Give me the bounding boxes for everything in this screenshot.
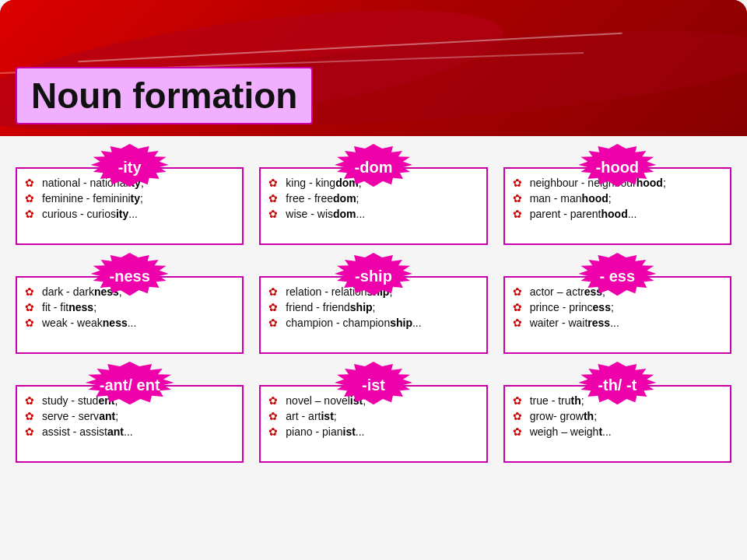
list-item: assist - assistant... (25, 425, 233, 438)
list-item: free - freedom; (268, 192, 476, 205)
list-item: weigh – weight... (513, 425, 721, 438)
suffix-block-ness: -nessdark - darkness;fit - fitness;weak … (16, 276, 244, 354)
suffix-block-ant-ent: -ant/ entstudy - student;serve - servant… (16, 385, 244, 463)
suffix-block-dom: -domking - kingdom;free - freedom;wise -… (259, 167, 487, 245)
list-item: feminine - femininity; (25, 192, 233, 205)
list-item: champion - championship... (268, 317, 476, 329)
list-item: prince - princess; (513, 301, 721, 313)
list-item: serve - servant; (25, 410, 233, 422)
suffix-block-ship: -shiprelation - relationship;friend - fr… (259, 276, 487, 354)
header: Noun formation (0, 0, 747, 136)
suffix-block-th-t: -th/ -ttrue - truth;grow- growth;weigh –… (503, 385, 731, 463)
suffix-block-ity: -itynational - nationality;feminine - fe… (16, 167, 244, 245)
list-item: grow- growth; (513, 410, 721, 422)
suffix-block-ess: - essactor – actress;prince - princess;w… (503, 276, 731, 354)
list-item: parent - parenthood... (513, 208, 721, 220)
list-item: fit - fitness; (25, 301, 233, 313)
list-item: curious - curiosity... (25, 208, 233, 220)
page-title: Noun formation (31, 75, 297, 116)
title-box: Noun formation (16, 67, 313, 124)
suffix-block-hood: -hoodneighbour - neighbourhood;man - man… (503, 167, 731, 245)
list-item: wise - wisdom... (268, 208, 476, 220)
content-area: -itynational - nationality;feminine - fe… (0, 136, 747, 471)
list-item: friend - friendship; (268, 301, 476, 313)
suffix-block-ist: -istnovel – novelist;art - artist;piano … (259, 385, 487, 463)
list-item: man - manhood; (513, 192, 721, 205)
list-item: piano - pianist... (268, 425, 476, 438)
list-item: weak - weakness... (25, 317, 233, 329)
list-item: waiter - waitress... (513, 317, 721, 329)
list-item: art - artist; (268, 410, 476, 422)
